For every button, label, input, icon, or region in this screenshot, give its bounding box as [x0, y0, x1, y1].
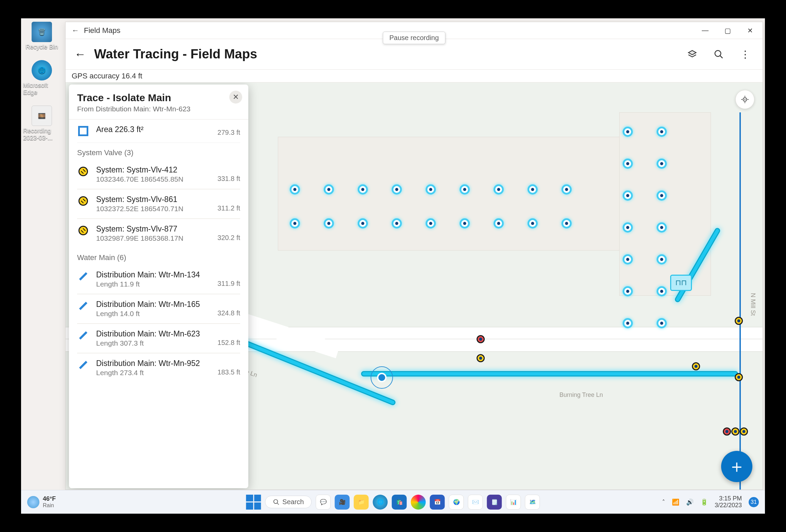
desktop-icon-edge[interactable]: 🌐 Microsoft Edge [23, 60, 60, 96]
service-point-marker[interactable] [358, 184, 368, 195]
wifi-icon[interactable]: 📶 [672, 498, 679, 506]
svg-point-31 [660, 258, 663, 261]
trace-result-item[interactable]: System: Systm-Vlv-8611032372.52E 1865470… [77, 189, 240, 219]
service-point-marker[interactable] [392, 184, 402, 195]
service-point-marker[interactable] [324, 218, 334, 228]
service-point-marker[interactable] [657, 286, 667, 296]
closed-valve-marker[interactable] [723, 427, 731, 436]
trace-result-item[interactable]: Distribution Main: Wtr-Mn-952Length 273.… [77, 353, 240, 382]
service-point-marker[interactable] [460, 218, 470, 228]
service-point-marker[interactable] [392, 218, 402, 228]
titlebar-back-button[interactable]: ← [67, 26, 84, 35]
battery-icon[interactable]: 🔋 [700, 498, 708, 506]
pause-recording-indicator[interactable]: Pause recording [383, 32, 445, 44]
taskbar-search[interactable]: Search [265, 496, 311, 508]
taskbar-app-icon[interactable]: 🌐 [373, 495, 388, 510]
locate-me-button[interactable] [735, 90, 754, 109]
taskbar-app-icon[interactable]: 🎥 [335, 495, 350, 510]
item-title: Area 226.3 ft² [96, 125, 211, 134]
service-point-marker[interactable] [657, 222, 667, 233]
taskbar-app-icon[interactable]: 📁 [354, 495, 369, 510]
taskbar-weather[interactable]: 46°F Rain [27, 495, 56, 509]
service-point-marker[interactable] [623, 254, 633, 264]
system-valve-marker[interactable] [735, 317, 743, 325]
item-title: Distribution Main: Wtr-Mn-952 [96, 359, 211, 368]
tray-time[interactable]: 3:15 PM [715, 495, 742, 502]
trace-result-item[interactable]: System: Systm-Vlv-4121032346.70E 1865455… [77, 160, 240, 189]
layers-button[interactable] [686, 48, 699, 61]
gps-accuracy-text: GPS accuracy 16.4 ft [72, 72, 142, 80]
building-shape [278, 137, 658, 251]
app-back-button[interactable]: ← [72, 48, 94, 61]
window-maximize-button[interactable]: ▢ [716, 22, 739, 39]
trace-result-item[interactable]: Distribution Main: Wtr-Mn-623Length 307.… [77, 324, 240, 353]
taskbar-app-icon[interactable] [411, 495, 426, 510]
svg-point-34 [626, 322, 629, 325]
service-point-marker[interactable] [657, 127, 667, 137]
add-feature-button[interactable]: ＋ [721, 451, 752, 482]
taskbar-app-icon[interactable]: 🗺️ [525, 495, 540, 510]
taskbar-app-icon[interactable]: 🛍️ [392, 495, 407, 510]
service-point-marker[interactable] [623, 286, 633, 296]
volume-icon[interactable]: 🔊 [686, 498, 694, 506]
service-point-marker[interactable] [561, 184, 572, 195]
service-point-marker[interactable] [623, 190, 633, 201]
service-point-marker[interactable] [657, 254, 667, 264]
system-valve-marker[interactable] [731, 427, 739, 436]
service-point-marker[interactable] [528, 184, 538, 195]
trace-result-item[interactable]: Area 226.3 ft² 279.3 ft [77, 120, 240, 143]
window-close-button[interactable]: ✕ [739, 22, 761, 39]
tray-date[interactable]: 3/22/2023 [715, 502, 742, 509]
service-point-marker[interactable] [494, 218, 504, 228]
closed-valve-marker[interactable] [477, 335, 485, 343]
tray-chevron-icon[interactable]: ˄ [662, 498, 665, 506]
service-point-marker[interactable] [657, 318, 667, 328]
service-point-marker[interactable] [657, 190, 667, 201]
system-valve-marker[interactable] [735, 373, 743, 381]
service-point-marker[interactable] [623, 318, 633, 328]
service-point-marker[interactable] [561, 218, 572, 228]
panel-body[interactable]: Area 226.3 ft² 279.3 ft System Valve (3)… [69, 120, 248, 488]
service-point-marker[interactable] [528, 218, 538, 228]
taskbar-app-icon[interactable]: 🌍 [449, 495, 464, 510]
service-point-marker[interactable] [623, 127, 633, 137]
taskbar-app-icon[interactable]: 💬 [316, 495, 331, 510]
service-point-marker[interactable] [494, 184, 504, 195]
system-valve-marker[interactable] [477, 354, 485, 362]
svg-point-39 [737, 376, 740, 379]
more-menu-button[interactable]: ⋮ [739, 48, 752, 61]
service-point-marker[interactable] [657, 159, 667, 169]
weather-icon [27, 496, 39, 508]
taskbar-app-icon[interactable]: 📅 [430, 495, 445, 510]
start-button[interactable] [246, 495, 261, 510]
trace-result-item[interactable]: Distribution Main: Wtr-Mn-165Length 14.0… [77, 294, 240, 324]
service-point-marker[interactable] [426, 184, 436, 195]
desktop-icon-recycle-bin[interactable]: 🗑️ Recycle Bin [23, 22, 60, 51]
system-valve-marker[interactable] [692, 362, 700, 370]
app-title: Water Tracing - Field Maps [94, 47, 257, 61]
desktop-icon-recording[interactable]: 🎞️ Recording 2023-03-... [23, 106, 60, 142]
svg-point-27 [660, 194, 663, 197]
service-point-marker[interactable] [358, 218, 368, 228]
service-point-marker[interactable] [426, 218, 436, 228]
service-point-marker[interactable] [460, 184, 470, 195]
trace-result-item[interactable]: Distribution Main: Wtr-Mn-134Length 11.9… [77, 265, 240, 294]
system-valve-marker[interactable] [740, 427, 748, 436]
road-label: Burning Tree Ln [559, 391, 603, 399]
recycle-bin-icon: 🗑️ [32, 22, 52, 42]
service-point-marker[interactable] [623, 222, 633, 233]
panel-close-button[interactable]: ✕ [229, 91, 242, 104]
service-point-marker[interactable] [290, 184, 300, 195]
service-point-marker[interactable] [290, 218, 300, 228]
search-button[interactable] [712, 48, 725, 61]
notifications-badge[interactable]: 31 [749, 497, 759, 507]
service-point-marker[interactable] [324, 184, 334, 195]
trace-result-item[interactable]: System: Systm-Vlv-8771032987.99E 1865368… [77, 219, 240, 248]
svg-point-22 [626, 130, 629, 133]
highlighted-feature-icon[interactable]: ⊓⊓ [670, 275, 692, 291]
window-minimize-button[interactable]: — [694, 22, 716, 39]
taskbar-app-icon[interactable]: 📊 [506, 495, 521, 510]
taskbar-app-icon[interactable]: 🗒️ [487, 495, 502, 510]
taskbar-app-icon[interactable]: ✉️ [468, 495, 483, 510]
service-point-marker[interactable] [623, 159, 633, 169]
